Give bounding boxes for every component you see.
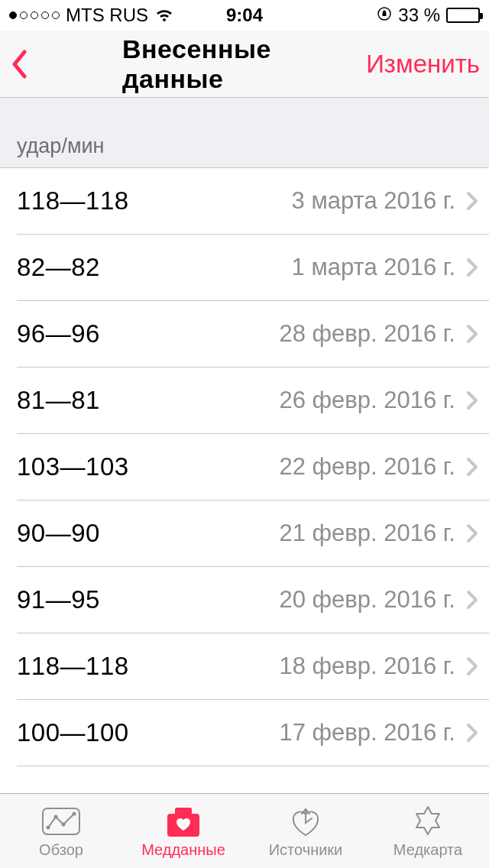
- row-date: 26 февр. 2016 г.: [280, 387, 456, 414]
- tab-label: Обзор: [39, 841, 83, 859]
- chevron-right-icon: [466, 257, 478, 277]
- list-item[interactable]: 90—90 21 февр. 2016 г.: [0, 500, 489, 567]
- row-date: 17 февр. 2016 г.: [280, 719, 456, 747]
- row-value: 118—118: [17, 186, 129, 215]
- row-date: 20 февр. 2016 г.: [280, 586, 456, 614]
- edit-button[interactable]: Изменить: [366, 50, 480, 79]
- row-value: 81—81: [17, 386, 100, 415]
- tab-sources[interactable]: Источники: [244, 794, 367, 868]
- list-item[interactable]: 81—81 26 февр. 2016 г.: [0, 368, 489, 434]
- list-item[interactable]: 103—103 22 февр. 2016 г.: [0, 434, 489, 500]
- wifi-icon: [154, 8, 174, 23]
- orientation-lock-icon: [377, 5, 392, 26]
- row-value: 103—103: [17, 452, 129, 481]
- tab-bar: Обзор Медданные Источники Медкарта: [0, 793, 489, 868]
- sources-icon: [289, 803, 322, 840]
- row-value: 96—96: [17, 319, 100, 348]
- chevron-right-icon: [466, 457, 478, 477]
- content-area: удар/мин 118—118 3 марта 2016 г. 82—82 1…: [0, 98, 489, 793]
- data-list: 118—118 3 марта 2016 г. 82—82 1 марта 20…: [0, 168, 489, 766]
- status-right: 33 %: [377, 5, 480, 26]
- page-title: Внесенные данные: [122, 34, 367, 94]
- chevron-right-icon: [466, 390, 478, 410]
- row-value: 90—90: [17, 519, 100, 548]
- signal-strength-icon: [9, 11, 60, 19]
- row-value: 118—118: [17, 652, 129, 681]
- chevron-right-icon: [466, 590, 478, 610]
- tab-medical-id[interactable]: Медкарта: [367, 794, 489, 868]
- status-bar: MTS RUS 9:04 33 %: [0, 0, 489, 31]
- row-date: 22 февр. 2016 г.: [280, 453, 456, 481]
- row-date: 28 февр. 2016 г.: [280, 320, 456, 348]
- status-left: MTS RUS: [9, 5, 174, 26]
- svg-point-5: [73, 812, 76, 816]
- row-date: 21 февр. 2016 г.: [280, 520, 456, 547]
- chevron-right-icon: [466, 656, 478, 676]
- tab-overview[interactable]: Обзор: [0, 794, 122, 868]
- status-time: 9:04: [226, 5, 263, 26]
- nav-bar: Внесенные данные Изменить: [0, 31, 489, 98]
- row-date: 3 марта 2016 г.: [292, 187, 455, 215]
- svg-rect-6: [175, 808, 192, 815]
- list-item[interactable]: 82—82 1 марта 2016 г.: [0, 235, 489, 301]
- svg-marker-7: [416, 807, 439, 834]
- chevron-right-icon: [466, 523, 478, 543]
- list-item[interactable]: 100—100 17 февр. 2016 г.: [0, 700, 489, 766]
- svg-point-3: [54, 815, 58, 819]
- row-value: 100—100: [17, 718, 129, 747]
- carrier-label: MTS RUS: [66, 5, 148, 26]
- section-header-unit: удар/мин: [0, 98, 489, 168]
- tab-label: Источники: [269, 841, 343, 859]
- svg-point-4: [62, 823, 66, 827]
- list-item[interactable]: 118—118 3 марта 2016 г.: [0, 168, 489, 235]
- chevron-right-icon: [466, 723, 478, 743]
- row-date: 1 марта 2016 г.: [292, 254, 455, 281]
- chevron-right-icon: [466, 191, 478, 211]
- list-item[interactable]: 118—118 18 февр. 2016 г.: [0, 633, 489, 700]
- row-value: 91—95: [17, 585, 100, 614]
- battery-percent: 33 %: [398, 5, 440, 26]
- medical-id-icon: [411, 803, 445, 840]
- overview-icon: [40, 803, 82, 840]
- back-button[interactable]: [0, 31, 38, 97]
- tab-label: Медкарта: [393, 841, 462, 859]
- chevron-right-icon: [466, 324, 478, 344]
- health-data-icon: [166, 803, 201, 840]
- battery-icon: [446, 8, 480, 23]
- row-date: 18 февр. 2016 г.: [280, 653, 456, 680]
- tab-health-data[interactable]: Медданные: [122, 794, 244, 868]
- svg-point-2: [47, 826, 50, 830]
- chevron-left-icon: [11, 50, 28, 79]
- list-item[interactable]: 96—96 28 февр. 2016 г.: [0, 301, 489, 368]
- list-item[interactable]: 91—95 20 февр. 2016 г.: [0, 567, 489, 633]
- row-value: 82—82: [17, 253, 100, 282]
- tab-label: Медданные: [141, 841, 225, 859]
